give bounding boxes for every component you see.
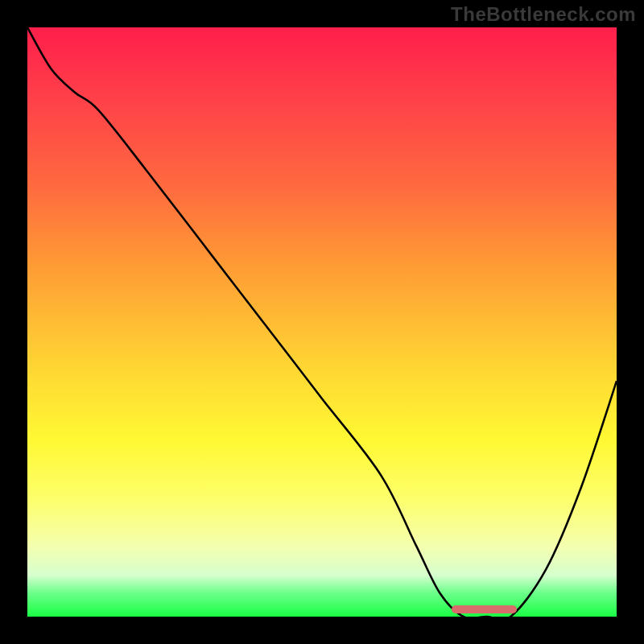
optimal-range-highlight	[452, 605, 517, 613]
bottleneck-curve	[27, 27, 617, 617]
chart-frame: TheBottleneck.com	[0, 0, 644, 644]
plot-area	[27, 27, 617, 617]
watermark-text: TheBottleneck.com	[451, 3, 636, 26]
curve-path	[27, 27, 617, 617]
